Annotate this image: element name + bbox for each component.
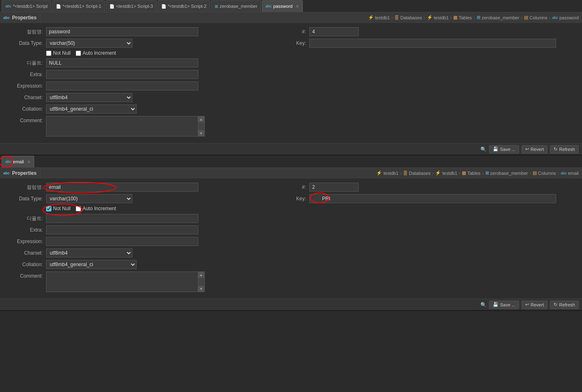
- datatype-select[interactable]: varchar(100) varchar(50) int: [46, 194, 132, 203]
- panel-title: Properties: [12, 15, 37, 21]
- charset-select[interactable]: utf8mb4 utf8: [46, 93, 132, 102]
- lightning-icon: ⚡: [376, 170, 382, 176]
- auto-increment-checkbox[interactable]: [76, 51, 81, 56]
- comment-label: Comment:: [6, 116, 43, 123]
- number-input[interactable]: [309, 27, 359, 36]
- save-label: Save ...: [500, 147, 515, 152]
- comment-label: Comment:: [6, 271, 43, 279]
- email-tab-bar: abc email ✕: [0, 155, 582, 168]
- auto-increment-label: Auto Increment: [83, 206, 116, 211]
- abc-icon: abc: [5, 160, 12, 164]
- bc-sep: ›: [400, 171, 402, 176]
- bc-label: Columns: [538, 171, 556, 176]
- top-panel-header: abc Properties: [0, 12, 40, 23]
- save-button[interactable]: 💾 Save ...: [489, 301, 519, 309]
- abc-icon: abc: [561, 171, 567, 175]
- extra-label: Extra:: [6, 72, 43, 77]
- tab-testdb1-script-3[interactable]: 📄 <testdb1> Script-3: [106, 0, 157, 12]
- datatype-select[interactable]: varchar(50) varchar(100) int: [46, 39, 132, 48]
- bc-sep: ›: [424, 15, 425, 20]
- default-label: 디폴트:: [6, 60, 43, 67]
- bc-zerobase-member: ⊞ zerobase_member: [485, 170, 528, 176]
- charset-label: Charset:: [6, 250, 43, 256]
- lightning-icon: ⚡: [435, 170, 441, 176]
- save-button[interactable]: 💾 Save ...: [489, 145, 519, 153]
- auto-increment-checkbox[interactable]: [76, 206, 81, 211]
- tab-label: *<testdb1> Script-2: [168, 4, 206, 9]
- comment-textarea[interactable]: [46, 271, 198, 292]
- key-input[interactable]: [309, 39, 556, 48]
- number-input[interactable]: [309, 183, 359, 192]
- tab-label: <testdb1> Script-3: [116, 4, 153, 9]
- bc-databases: 🗄 Databases: [394, 15, 422, 20]
- not-null-checkbox-label[interactable]: Not Null: [46, 206, 71, 211]
- key-label: Key:: [290, 196, 306, 202]
- charset-row: Charset: utf8mb4 utf8: [6, 248, 281, 257]
- tab-testdb1-script[interactable]: abc *<testdb1> Script: [2, 0, 51, 12]
- comment-textarea[interactable]: [46, 116, 198, 137]
- table-icon: ▦: [462, 170, 466, 176]
- bc-password: abc password: [552, 15, 579, 20]
- tab-zerobase-member[interactable]: ⊞ zerobase_member: [211, 0, 261, 12]
- auto-increment-checkbox-label[interactable]: Auto Increment: [76, 206, 116, 211]
- bottom-form-area: 컬럼명: Data Type: varchar(100) varchar(50): [0, 179, 582, 299]
- key-label: Key:: [290, 40, 306, 46]
- datatype-row: Data Type: varchar(100) varchar(50) int: [6, 194, 281, 203]
- charset-select[interactable]: utf8mb4 utf8: [46, 248, 132, 257]
- revert-label: Revert: [531, 147, 544, 152]
- tab-close-button[interactable]: ✕: [27, 160, 30, 164]
- scroll-up-button[interactable]: ▲: [198, 116, 204, 122]
- expression-input[interactable]: [46, 81, 198, 90]
- key-input-wrapper: [309, 194, 556, 203]
- not-null-checkbox[interactable]: [46, 206, 51, 211]
- doc-icon: 📄: [109, 4, 114, 9]
- comment-scrollbar: ▲ ▼: [198, 116, 205, 137]
- tab-testdb1-script-2[interactable]: 📄 *<testdb1> Script-2: [158, 0, 210, 12]
- bc-testdb1: ⚡ testdb1: [376, 170, 398, 176]
- auto-increment-checkbox-label[interactable]: Auto Increment: [76, 50, 116, 56]
- table-icon: ▦: [453, 15, 457, 20]
- column-name-input[interactable]: [46, 27, 198, 36]
- bc-label: Databases: [409, 171, 431, 176]
- default-input[interactable]: [46, 58, 198, 67]
- revert-button[interactable]: ↩ Revert: [522, 301, 547, 309]
- tab-password[interactable]: abc password ✕: [262, 0, 303, 12]
- bc-databases: 🗄 Databases: [403, 171, 431, 176]
- bc-sep: ›: [459, 171, 461, 176]
- key-input[interactable]: [309, 194, 556, 203]
- tab-close-button[interactable]: ✕: [296, 4, 299, 9]
- scroll-down-button[interactable]: ▼: [198, 286, 204, 292]
- not-null-checkbox[interactable]: [46, 51, 51, 56]
- bc-tables: ▦ Tables: [462, 170, 480, 176]
- column-name-label: 컬럼명:: [6, 184, 43, 191]
- checkbox-row: Not Null Auto Increment: [6, 206, 281, 211]
- scroll-down-button[interactable]: ▼: [198, 130, 204, 136]
- scroll-up-button[interactable]: ▲: [198, 272, 204, 278]
- collation-label: Collation:: [6, 106, 43, 112]
- default-input[interactable]: [46, 214, 198, 223]
- extra-input[interactable]: [46, 225, 198, 234]
- abc-icon: abc: [552, 16, 558, 20]
- revert-button[interactable]: ↩ Revert: [522, 145, 547, 153]
- lightning-icon: ⚡: [427, 15, 433, 20]
- extra-input[interactable]: [46, 70, 198, 79]
- tab-testdb1-script-1[interactable]: 📄 *<testdb1> Script-1: [52, 0, 105, 12]
- not-null-checkbox-label[interactable]: Not Null: [46, 50, 71, 56]
- column-name-input[interactable]: [46, 183, 198, 192]
- not-null-label: Not Null: [53, 50, 71, 56]
- tab-label: password: [273, 4, 292, 9]
- collation-select[interactable]: utf8mb4_general_ci utf8mb4_unicode_ci: [46, 104, 137, 114]
- search-icon: 🔍: [480, 302, 487, 308]
- expression-row: Expression:: [6, 81, 281, 90]
- number-row: #:: [290, 27, 576, 36]
- tab-email[interactable]: abc email ✕: [2, 156, 34, 167]
- expression-input[interactable]: [46, 237, 198, 246]
- refresh-button[interactable]: ↻ Refresh: [550, 145, 579, 153]
- datatype-label: Data Type:: [6, 40, 43, 46]
- refresh-button[interactable]: ↻ Refresh: [550, 301, 579, 309]
- comment-textarea-wrapper: ▲ ▼: [46, 271, 205, 292]
- tab-label: *<testdb1> Script: [13, 4, 48, 9]
- top-breadcrumb: ⚡ testdb1 › 🗄 Databases › ⚡ testdb1 › ▦ …: [40, 12, 582, 23]
- collation-select[interactable]: utf8mb4_general_ci utf8mb4_unicode_ci: [46, 260, 137, 269]
- column-name-label: 컬럼명:: [6, 28, 43, 35]
